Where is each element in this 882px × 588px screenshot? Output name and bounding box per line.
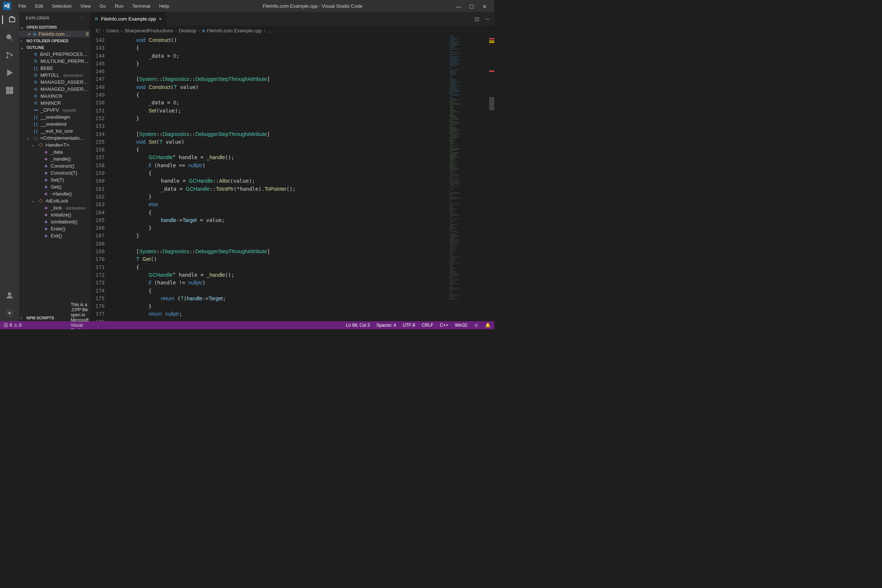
outline-item[interactable]: ⌄⬡Handle<T> xyxy=(19,141,90,148)
settings-icon[interactable] xyxy=(5,309,14,318)
more-actions-icon[interactable]: ⋯ xyxy=(485,16,490,22)
run-debug-icon[interactable] xyxy=(5,68,14,77)
outline-item[interactable]: ◈Get() xyxy=(19,183,90,190)
status-item[interactable]: Ln 68, Col 3 xyxy=(346,322,370,328)
outline-item[interactable]: ◈_data xyxy=(19,148,90,156)
outline-item[interactable]: ◈~Handle() xyxy=(19,190,90,197)
breadcrumb[interactable]: C:›Users›SharpenedProductions›Desktop›⊕ … xyxy=(90,26,494,35)
open-editor-item[interactable]: × ⊕ FileInfo.com ... 9 xyxy=(19,30,90,38)
menu-terminal[interactable]: Terminal xyxy=(128,2,155,10)
minimap[interactable]: ▬▬▬▬ ▬▬▬▬▬▬ ▬▬▬▬▬▬▬▬▬▬▬▬ ▬▬▬▬▬▬▬▬▬▬ ▬▬▬▬… xyxy=(447,35,494,321)
outline-item[interactable]: ◈Construct(T) xyxy=(19,170,90,176)
outline-item[interactable]: ⊶_CPVFVtypedef xyxy=(19,106,90,114)
title-bar: FileEditSelectionViewGoRunTerminalHelp F… xyxy=(0,0,494,12)
outline-item[interactable]: ◈Set(T) xyxy=(19,176,90,183)
breadcrumb-item[interactable]: ... xyxy=(267,28,272,33)
outline-item[interactable]: ⧉MAXINCR xyxy=(19,93,90,100)
close-button[interactable]: ✕ xyxy=(483,4,487,8)
explorer-icon[interactable] xyxy=(2,15,16,24)
outline-item[interactable]: ⧉MULTILINE_PREPR... xyxy=(19,58,90,64)
breadcrumb-item[interactable]: ⊕ FileInfo.com Example.cpp xyxy=(202,28,262,33)
tab-close-icon[interactable]: × xyxy=(159,16,162,22)
breadcrumb-item[interactable]: Desktop xyxy=(178,28,196,33)
outline-label: _handle() xyxy=(51,156,71,162)
close-icon[interactable]: × xyxy=(28,32,30,37)
extensions-icon[interactable] xyxy=(5,86,14,95)
outline-item[interactable]: [ ]__onexitend xyxy=(19,120,90,128)
outline-item[interactable]: ⧉MANAGED_ASSER... xyxy=(19,86,90,93)
status-item[interactable]: CRLF xyxy=(422,322,433,328)
no-folder-header[interactable]: ›NO FOLDER OPENED xyxy=(19,38,90,44)
outline-item[interactable]: ◈_lockdeclaration xyxy=(19,204,90,212)
outline-label: MININCR xyxy=(40,100,61,106)
menu-selection[interactable]: Selection xyxy=(47,2,76,10)
outline-item[interactable]: ◈Construct() xyxy=(19,162,90,170)
sidebar: EXPLORER ⋯ ⌄OPEN EDITORS × ⊕ FileInfo.co… xyxy=(19,12,90,321)
minimap-slider[interactable] xyxy=(489,97,494,110)
status-item[interactable]: Win32 xyxy=(455,322,468,328)
meth-icon: ◈ xyxy=(44,219,48,225)
outline-item[interactable]: ⌄⬡AtExitLock xyxy=(19,197,90,204)
menu-edit[interactable]: Edit xyxy=(30,2,47,10)
outline-item[interactable]: ⧉MANAGED_ASSER... xyxy=(19,79,90,86)
outline-item[interactable]: [ ]__exit_list_size xyxy=(19,128,90,135)
var-icon: [ ] xyxy=(33,115,38,120)
menu-run[interactable]: Run xyxy=(110,2,128,10)
window-controls: — ☐ ✕ xyxy=(452,4,491,8)
tab-active[interactable]: ⊕ FileInfo.com Example.cpp × xyxy=(90,12,166,26)
notifications-icon[interactable]: 🔔 xyxy=(485,322,490,328)
svg-point-8 xyxy=(8,292,11,296)
outline-label: BAD_PREPROCESS... xyxy=(40,51,88,57)
minimize-button[interactable]: — xyxy=(456,4,460,8)
svg-point-9 xyxy=(9,312,10,314)
search-icon[interactable] xyxy=(5,33,14,42)
accounts-icon[interactable] xyxy=(5,291,14,300)
editor-content[interactable]: void Construct() { _data = 0; } [System:… xyxy=(111,35,447,321)
var-icon: [ ] xyxy=(33,66,38,71)
breadcrumb-item[interactable]: C: xyxy=(96,28,101,33)
outline-item[interactable]: ⧉BAD_PREPROCESS... xyxy=(19,51,90,58)
status-item[interactable]: Spaces: 4 xyxy=(376,322,396,328)
outline-label: _lock xyxy=(51,205,62,211)
outline-label: IsInitialized() xyxy=(51,219,78,225)
outline-item[interactable]: ⧉MRTDLLdeclaration xyxy=(19,72,90,79)
outline-label: AtExitLock xyxy=(46,198,68,204)
outline-item[interactable]: ◈Enter() xyxy=(19,225,90,232)
outline-item[interactable]: [ ]BEBE xyxy=(19,64,90,72)
outline-item[interactable]: ◈_handle() xyxy=(19,156,90,162)
menu-help[interactable]: Help xyxy=(155,2,174,10)
breadcrumb-item[interactable]: Users xyxy=(106,28,119,33)
outline-item[interactable]: ◈Exit() xyxy=(19,232,90,239)
menu-file[interactable]: File xyxy=(14,2,30,10)
menu-view[interactable]: View xyxy=(76,2,95,10)
feedback-icon[interactable]: ☺ xyxy=(474,322,478,328)
def-icon: ⧉ xyxy=(33,59,38,64)
breadcrumb-item[interactable]: SharpenedProductions xyxy=(124,28,173,33)
source-control-icon[interactable] xyxy=(5,51,14,60)
outline-label: MULTILINE_PREPR... xyxy=(40,58,88,64)
menu-go[interactable]: Go xyxy=(95,2,110,10)
status-item[interactable]: UTF-8 xyxy=(403,322,415,328)
outline-item[interactable]: ◈IsInitialized() xyxy=(19,218,90,225)
maximize-button[interactable]: ☐ xyxy=(469,4,474,8)
status-item[interactable]: C++ xyxy=(440,322,448,328)
meth-icon: ◈ xyxy=(44,177,48,183)
meth-icon: ◈ xyxy=(44,192,48,196)
outline-item[interactable]: ⧉MININCR xyxy=(19,100,90,106)
outline-item[interactable]: ◈Initialize() xyxy=(19,212,90,218)
outline-item[interactable]: [ ]__onexitbegin xyxy=(19,114,90,120)
status-errors[interactable]: ⓧ9 ⚠0 xyxy=(4,322,21,328)
status-bar: ⓧ9 ⚠0 This is a .CPP file open in Micros… xyxy=(0,321,494,329)
cpp-file-icon: ⊕ xyxy=(33,32,36,37)
outline-header[interactable]: ⌄OUTLINE xyxy=(19,44,90,51)
class-icon: ⬡ xyxy=(38,198,44,204)
def-icon: ⧉ xyxy=(33,94,38,99)
def-icon: ⧉ xyxy=(33,101,38,106)
activity-bar xyxy=(0,12,19,321)
open-editors-header[interactable]: ⌄OPEN EDITORS xyxy=(19,24,90,30)
more-icon[interactable]: ⋯ xyxy=(80,15,84,20)
split-editor-icon[interactable]: ◫ xyxy=(475,16,479,22)
def-icon: ⧉ xyxy=(33,87,38,92)
outline-item[interactable]: ⌄{ }<CrtImplementatio... xyxy=(19,135,90,141)
svg-rect-7 xyxy=(10,91,13,94)
